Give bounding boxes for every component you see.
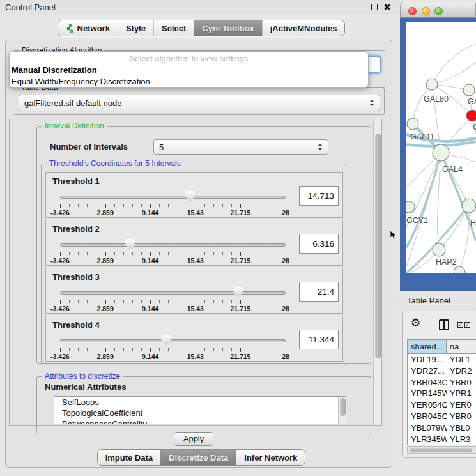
table-row[interactable]: YIL052CYIL0 [408, 445, 476, 445]
tick-mark [60, 300, 61, 304]
scrollbar-thumb[interactable] [410, 448, 472, 452]
tick-mark [168, 204, 169, 207]
threshold-value-field[interactable]: 14.713 [299, 186, 339, 206]
tab-label: Impute Data [105, 453, 153, 463]
node-red[interactable] [466, 110, 476, 121]
slider-tick-label: -3.426 [50, 353, 70, 360]
gear-icon[interactable]: ⚙ [411, 316, 420, 329]
table-data-combobox[interactable]: galFiltered.sif default node [19, 95, 380, 111]
network-window-titlebar[interactable] [400, 3, 476, 18]
slider-tick-label: 2.859 [96, 353, 113, 360]
zoom-traffic-light[interactable] [434, 7, 443, 15]
tick-mark [150, 204, 151, 208]
tick-mark [105, 252, 106, 256]
attributes-scrollbar[interactable] [338, 397, 346, 424]
numerical-attributes-list[interactable]: SelfLoopsTopologicalCoefficientBetweenne… [54, 396, 346, 424]
attribute-item[interactable]: SelfLoops [54, 397, 346, 408]
slider-tick-label: 28 [282, 209, 289, 217]
tab-infer-network[interactable]: Infer Network [236, 450, 305, 465]
table-row[interactable]: YDL19...YDL1 [408, 354, 476, 365]
tick-mark [105, 300, 106, 304]
float-window-icon[interactable] [371, 4, 378, 10]
close-traffic-light[interactable] [408, 7, 417, 15]
slider-ticks [60, 348, 286, 353]
tick-mark [114, 204, 115, 207]
threshold-slider[interactable]: -3.4262.8599.14415.4321.71528 [60, 286, 286, 313]
node-hap2[interactable] [433, 243, 445, 256]
minimize-traffic-light[interactable] [422, 7, 430, 15]
tick-mark [213, 204, 214, 207]
tick-mark [150, 300, 151, 304]
slider-thumb[interactable] [125, 239, 135, 250]
node-gal80[interactable] [426, 79, 438, 90]
node-gal11[interactable] [407, 118, 418, 130]
tick-mark [178, 300, 178, 303]
column-header[interactable]: shared... [408, 340, 447, 353]
tab-style[interactable]: Style [118, 20, 153, 36]
column-header[interactable]: na [447, 340, 476, 353]
slider-thumb[interactable] [161, 335, 171, 346]
checkbox-icon[interactable]: ✓ [457, 322, 463, 328]
node-label: H [470, 219, 476, 227]
tick-mark [114, 300, 115, 303]
scrollbar-thumb[interactable] [340, 398, 346, 416]
columns-icon[interactable] [439, 319, 449, 330]
slider-tick-label: 21.715 [230, 353, 250, 360]
tick-mark [178, 204, 178, 207]
checkbox-icon[interactable]: ✓ [464, 322, 470, 328]
threshold-slider[interactable]: -3.4262.8599.14415.4321.71528 [60, 334, 286, 361]
tab-discretize-data[interactable]: Discretize Data [160, 450, 236, 465]
table-horizontal-scrollbar[interactable] [407, 446, 476, 454]
tab-impute-data[interactable]: Impute Data [98, 450, 160, 465]
table-row[interactable]: YBR045CYBR0 [408, 411, 476, 422]
node-h[interactable] [462, 199, 476, 213]
apply-button[interactable]: Apply [174, 432, 213, 446]
tick-mark [132, 204, 133, 207]
table-row[interactable]: YBR043CYBR0 [408, 377, 476, 388]
attribute-item[interactable]: BetweennessCentrality [54, 418, 346, 424]
algorithm-option[interactable]: Equal Width/Frequency Discretization [10, 76, 368, 88]
attribute-item[interactable]: TopologicalCoefficient [54, 408, 346, 418]
slider-thumb[interactable] [233, 287, 243, 298]
table-row[interactable]: YER054CYER0 [408, 399, 476, 411]
table-cell: YPR1 [447, 388, 476, 399]
tab-select[interactable]: Select [153, 20, 194, 36]
table-cell: YBR0 [447, 411, 476, 422]
tab-network[interactable]: Network [58, 20, 118, 36]
threshold-value-field[interactable]: 11.344 [299, 330, 339, 349]
table-row[interactable]: YBL079WYBL0 [408, 422, 476, 434]
algorithm-option[interactable]: Manual Discretization [10, 65, 368, 76]
threshold-slider[interactable]: -3.4262.8599.14415.4321.71528 [60, 238, 286, 265]
tick-mark [87, 252, 88, 255]
number-of-intervals-combobox[interactable]: 5 [153, 139, 328, 155]
tick-mark [141, 252, 142, 255]
node-label: GA [468, 97, 476, 106]
slider-track [60, 339, 286, 342]
table-row[interactable]: YDR27...YDR2 [408, 365, 476, 377]
tab-cyni-toolbox[interactable]: Cyni Toolbox [194, 20, 261, 36]
slider-thumb[interactable] [185, 191, 195, 202]
slider-tick-label: -3.426 [50, 257, 70, 265]
tick-mark [196, 252, 196, 256]
threshold-value-field[interactable]: 6.316 [299, 234, 339, 254]
tab-jactivemnodules[interactable]: jActiveMNodules [262, 20, 345, 36]
node-gal4[interactable] [433, 144, 449, 161]
group-title: Interval Definition [42, 121, 107, 130]
scrollbar-thumb[interactable] [375, 134, 381, 358]
close-icon[interactable]: ✖ [383, 3, 391, 11]
threshold-slider[interactable]: -3.4262.8599.14415.4321.71528 [60, 190, 286, 217]
tick-mark [268, 252, 268, 255]
network-canvas[interactable]: GAL80 GA C GAL11 GAL4 GCY1 H HAP2 [406, 22, 476, 273]
table-cell: YBL0 [447, 422, 476, 434]
network-view-window: GAL80 GA C GAL11 GAL4 GCY1 H HAP2 [400, 3, 476, 291]
number-of-intervals-label: Number of Intervals [50, 142, 128, 151]
settings-scrollbar[interactable] [373, 119, 381, 425]
tick-mark [150, 252, 151, 256]
table-row[interactable]: YLR345WYLR3 [408, 434, 476, 445]
node-gcy1[interactable] [406, 201, 415, 213]
tick-mark [78, 348, 79, 351]
table-row[interactable]: YPR145WYPR1 [408, 388, 476, 399]
threshold-panel: Threshold 2-3.4262.8599.14415.4321.71528… [45, 220, 343, 266]
node-partial-top-right[interactable] [463, 84, 475, 96]
threshold-value-field[interactable]: 21.4 [299, 282, 339, 302]
